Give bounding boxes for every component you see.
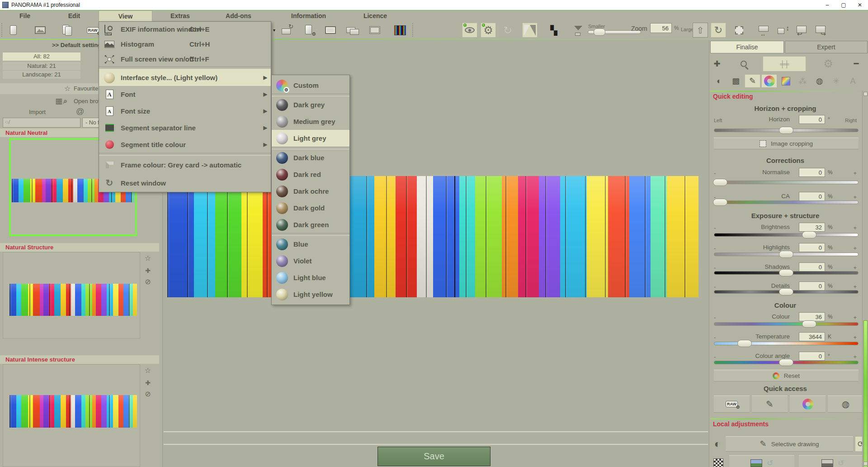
frame-layout-button[interactable]: [323, 23, 338, 38]
section-title-natural-intense-structure[interactable]: Natural Intense structure: [0, 355, 159, 364]
temperature-slider-thumb[interactable]: [737, 340, 752, 347]
style-option-dark-green[interactable]: Dark green: [272, 216, 349, 233]
ca-slider-thumb[interactable]: [713, 199, 727, 206]
text-tool-button[interactable]: A: [845, 74, 861, 88]
favourite-star-icon[interactable]: ☆: [143, 365, 153, 375]
menu-licence[interactable]: Licence: [348, 10, 402, 21]
menu-file[interactable]: File: [0, 10, 50, 21]
shadows-input[interactable]: [799, 262, 825, 272]
selective-pen-tool-button[interactable]: ✎: [745, 74, 760, 88]
scrollbar-down-button[interactable]: [863, 462, 868, 466]
rotate-page-right-button[interactable]: ↪: [813, 23, 828, 38]
details-slider[interactable]: [714, 290, 859, 294]
zoom-input[interactable]: [650, 23, 672, 33]
style-option-dark-gold[interactable]: Dark gold: [272, 200, 349, 216]
horizon-input[interactable]: [799, 115, 825, 124]
highlights-minus[interactable]: -: [714, 245, 716, 252]
colour-cube-tool-button[interactable]: [778, 74, 794, 88]
details-input[interactable]: [799, 281, 825, 291]
menu-extras[interactable]: Extras: [152, 10, 208, 21]
style-option-blue[interactable]: Blue: [272, 236, 349, 253]
details-minus[interactable]: -: [714, 283, 716, 290]
section-title-natural-structure[interactable]: Natural Structure: [0, 243, 159, 252]
style-option-dark-ochre[interactable]: Dark ochre: [272, 183, 349, 200]
scrollbar-thumb[interactable]: [863, 320, 868, 467]
raw-settings-button[interactable]: RAW⚙: [85, 23, 100, 38]
style-option-light-blue[interactable]: Light blue: [272, 269, 349, 286]
preset-natural-structure[interactable]: [3, 252, 140, 338]
rgb-histogram-button[interactable]: [392, 23, 408, 38]
brightness-input[interactable]: [799, 223, 825, 232]
colour-angle-slider[interactable]: [714, 361, 859, 364]
colour-minus[interactable]: -: [714, 314, 716, 321]
frames-link-button[interactable]: [344, 23, 360, 38]
close-button[interactable]: ✕: [852, 0, 868, 10]
zoom-slider-thumb[interactable]: [594, 29, 605, 36]
menu-item-font-size[interactable]: A Font size ▶: [99, 103, 271, 119]
add-preset-icon[interactable]: ✚: [143, 266, 153, 276]
highlights-plus[interactable]: +: [853, 245, 857, 252]
favourite-star-icon[interactable]: ☆: [143, 253, 153, 263]
style-option-dark-blue[interactable]: Dark blue: [272, 149, 349, 166]
rotate-page-left-button[interactable]: ↩: [794, 23, 809, 38]
colour-input[interactable]: [799, 312, 825, 321]
menu-item-exif[interactable]: EXIF EXIF information window Ctrl+E: [99, 22, 271, 37]
colour-angle-minus[interactable]: -: [714, 353, 716, 360]
panorama-segments-button[interactable]: [367, 23, 382, 38]
highlights-input[interactable]: [799, 243, 825, 252]
nodes-tool-button[interactable]: ⁂: [795, 74, 811, 88]
brightness-plus[interactable]: +: [853, 224, 857, 231]
brightness-slider-thumb[interactable]: [802, 231, 816, 238]
open-panorama-button[interactable]: [33, 23, 48, 38]
shadows-minus[interactable]: -: [714, 264, 716, 271]
ca-plus[interactable]: +: [853, 194, 857, 200]
quick-access-retouch-button[interactable]: ◍: [828, 396, 863, 413]
export-image-button[interactable]: ⚙: [302, 23, 317, 38]
height-resize-button[interactable]: ↕: [776, 23, 791, 38]
filter-natural[interactable]: Natural: 21: [3, 62, 80, 70]
local-contrast-button[interactable]: ◐: [710, 436, 725, 452]
ca-slider[interactable]: [714, 200, 859, 204]
colour-wheel-tool-button[interactable]: [761, 74, 777, 88]
menu-addons[interactable]: Add-ons: [208, 10, 269, 21]
panorama-image[interactable]: [167, 176, 698, 297]
brightness-slider[interactable]: [714, 233, 859, 237]
search-input[interactable]: ○/: [3, 118, 80, 128]
minimize-button[interactable]: –: [819, 0, 835, 10]
new-document-button[interactable]: [5, 23, 21, 38]
sliders-view-button[interactable]: ╪╪: [763, 56, 806, 71]
images-rotate-button[interactable]: ↻: [279, 23, 295, 38]
normalise-minus[interactable]: -: [714, 170, 716, 176]
temperature-slider[interactable]: [714, 342, 859, 345]
tab-finalise[interactable]: Finalise: [710, 41, 784, 53]
colour-plus[interactable]: +: [853, 314, 857, 321]
selection-button[interactable]: [731, 23, 747, 38]
shadows-slider-thumb[interactable]: [779, 269, 793, 276]
add-preset-icon[interactable]: ✚: [143, 378, 153, 388]
brightness-minus[interactable]: -: [714, 224, 716, 231]
menu-item-histogram[interactable]: Histogram Ctrl+H: [99, 37, 271, 52]
magnifier-button[interactable]: [730, 57, 757, 71]
normalise-slider[interactable]: [714, 181, 859, 184]
save-button[interactable]: Save: [377, 447, 491, 466]
style-option-custom[interactable]: Custom: [272, 77, 349, 94]
fit-view-button[interactable]: ⇧: [693, 23, 708, 38]
style-option-light-grey[interactable]: Light grey: [272, 130, 349, 147]
horizon-slider[interactable]: [714, 129, 859, 132]
normalise-input[interactable]: [799, 168, 825, 177]
menu-item-segment-title-colour[interactable]: Segment title colour ▶: [99, 136, 271, 153]
colour-angle-slider-thumb[interactable]: [779, 359, 793, 366]
menu-view[interactable]: View: [99, 10, 152, 21]
colour-slider-thumb[interactable]: [802, 320, 816, 328]
filter-landscape[interactable]: Landscape: 21: [3, 71, 80, 79]
quick-access-raw-button[interactable]: RAW⚙: [714, 396, 750, 413]
shadows-plus[interactable]: +: [853, 264, 857, 271]
selective-drawing-button[interactable]: ✎ Selective drawing: [726, 436, 853, 452]
horizon-slider-thumb[interactable]: [779, 127, 793, 134]
maximize-button[interactable]: ▢: [835, 0, 852, 10]
dropdown-arrow-icon[interactable]: ▾: [273, 28, 275, 33]
preset-natural-intense-structure[interactable]: [3, 364, 140, 467]
filter-all[interactable]: All: 82: [3, 52, 80, 61]
disable-preset-icon[interactable]: ⊘: [143, 389, 153, 399]
menu-item-fullscreen[interactable]: ↖↗↙↘ Full screen view on/off Ctrl+F: [99, 52, 271, 67]
